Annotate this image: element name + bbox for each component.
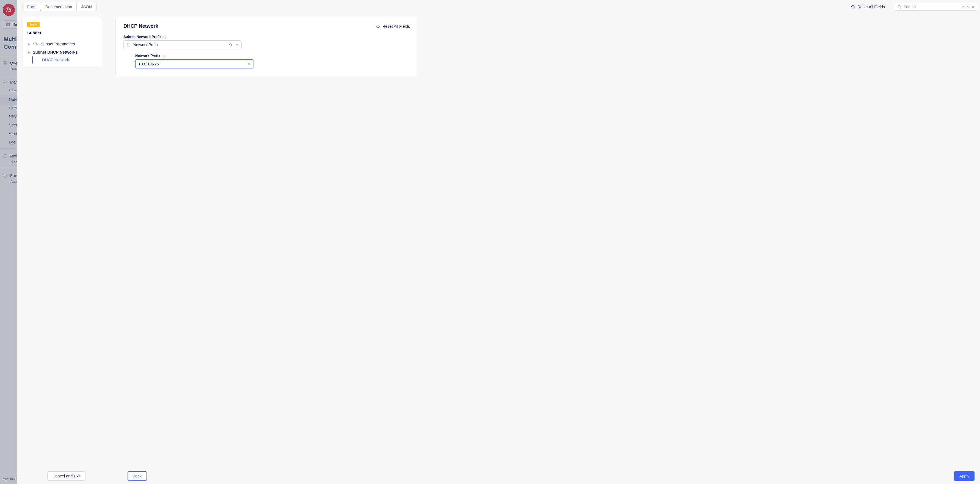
network-prefix-input-wrap xyxy=(135,59,253,68)
nav-tree: ▸ Site Subnet Parameters ▸ Subnet DHCP N… xyxy=(24,38,100,64)
reset-all-top[interactable]: Reset All Fields xyxy=(849,3,887,10)
close-icon[interactable] xyxy=(972,5,975,8)
label-text: Subnet Network Prefix xyxy=(123,35,162,39)
svg-line-17 xyxy=(900,8,901,9)
modal-footer: Cancel and Exit Back Apply xyxy=(17,468,980,484)
modal-panel: Form Documentation JSON Reset All Fields… xyxy=(17,0,980,484)
chevron-down-icon[interactable] xyxy=(967,5,970,8)
clear-input-icon[interactable] xyxy=(247,62,250,65)
info-icon[interactable]: i xyxy=(163,35,167,39)
new-badge: New xyxy=(27,22,40,27)
label-text: Network Prefix xyxy=(135,54,160,58)
search-input[interactable] xyxy=(904,5,959,9)
undo-icon[interactable] xyxy=(228,43,232,47)
modal-body: New Subnet ▸ Site Subnet Parameters ▸ Su… xyxy=(17,12,980,468)
tab-documentation[interactable]: Documentation xyxy=(41,3,77,11)
card-header: DHCP Network Reset All Fields xyxy=(123,23,410,29)
network-prefix-label: Network Prefix i xyxy=(135,54,410,58)
svg-point-16 xyxy=(898,5,900,8)
nav-heading: Subnet xyxy=(24,29,100,38)
back-button[interactable]: Back xyxy=(127,471,147,481)
caret-icon: ▸ xyxy=(28,42,30,46)
selector-value: Network Prefix xyxy=(133,43,158,47)
card-title: DHCP Network xyxy=(123,23,158,29)
reset-all-label: Reset All Fields xyxy=(858,5,885,9)
form-content-card: DHCP Network Reset All Fields Subnet Net… xyxy=(115,17,418,77)
nested-field-group: Network Prefix i xyxy=(132,54,410,68)
branch-icon xyxy=(126,43,130,47)
tab-form[interactable]: Form xyxy=(22,3,41,11)
chevron-up-icon[interactable] xyxy=(962,5,965,8)
nav-item-dhcp-network[interactable]: DHCP Network xyxy=(32,56,100,64)
undo-icon xyxy=(376,24,380,29)
tab-json[interactable]: JSON xyxy=(77,3,96,11)
info-icon[interactable]: i xyxy=(162,54,166,58)
nav-item-label: Site Subnet Parameters xyxy=(33,42,75,46)
search-box[interactable] xyxy=(895,3,977,11)
reset-all-card-label: Reset All Fields xyxy=(382,24,410,29)
subnet-prefix-label: Subnet Network Prefix i xyxy=(123,35,410,39)
caret-icon: ▸ xyxy=(28,50,30,54)
nav-item-site-subnet[interactable]: ▸ Site Subnet Parameters xyxy=(24,40,100,48)
network-prefix-input[interactable] xyxy=(138,62,245,66)
cancel-button[interactable]: Cancel and Exit xyxy=(47,471,86,481)
undo-icon xyxy=(851,5,855,9)
apply-button[interactable]: Apply xyxy=(954,471,975,481)
chevron-down-icon[interactable] xyxy=(235,43,239,46)
nav-item-label: Subnet DHCP Networks xyxy=(33,50,78,54)
form-nav-card: New Subnet ▸ Site Subnet Parameters ▸ Su… xyxy=(22,17,102,68)
modal-topbar: Form Documentation JSON Reset All Fields xyxy=(17,0,980,12)
subnet-prefix-selector[interactable]: Network Prefix xyxy=(123,40,242,49)
search-icon xyxy=(897,5,901,9)
reset-all-card[interactable]: Reset All Fields xyxy=(376,24,410,29)
nav-item-dhcp-networks[interactable]: ▸ Subnet DHCP Networks xyxy=(24,48,100,56)
view-tabs: Form Documentation JSON xyxy=(22,3,97,11)
